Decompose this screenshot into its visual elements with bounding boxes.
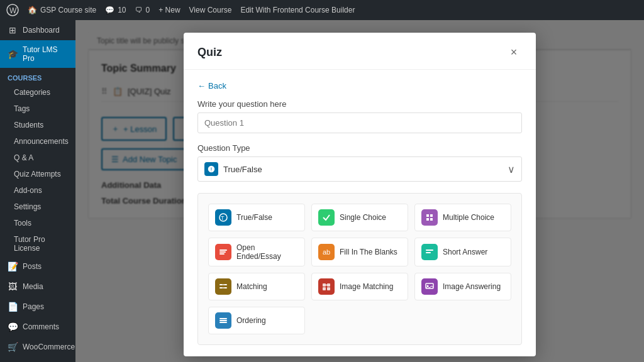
sa-badge <box>421 244 438 260</box>
oe-badge <box>215 244 231 260</box>
sidebar: ⊞ Dashboard 🎓 Tutor LMS Pro Courses Cate… <box>0 20 75 362</box>
svg-rect-5 <box>430 214 433 217</box>
fb-label: Fill In The Blanks <box>340 248 397 256</box>
qt-option-single-choice[interactable]: Single Choice <box>311 204 408 231</box>
svg-rect-20 <box>323 283 326 287</box>
comments-icon: 💬 <box>8 322 18 332</box>
new-button[interactable]: + New <box>158 6 180 14</box>
ia-badge <box>421 278 438 295</box>
svg-rect-27 <box>219 318 227 319</box>
or-badge <box>215 312 231 329</box>
edit-with-builder-link[interactable]: Edit With Frontend Course Builder <box>240 6 355 14</box>
sidebar-item-dashboard[interactable]: ⊞ Dashboard <box>0 20 75 40</box>
admin-bar: W 🏠 GSP Course site 💬 10 🗨 0 + New View … <box>0 0 644 20</box>
quiz-modal: Quiz × ← Back Write your question here Q… <box>184 33 536 356</box>
tutor-icon: 🎓 <box>8 49 18 59</box>
sidebar-item-qa[interactable]: Q & A <box>0 150 75 166</box>
modal-close-button[interactable]: × <box>506 44 522 60</box>
new-icon: 🗨 <box>135 6 143 14</box>
sidebar-item-quiz-attempts[interactable]: Quiz Attempts <box>0 166 75 182</box>
qt-option-short-answer[interactable]: Short Answer <box>414 238 511 266</box>
modal-body: ← Back Write your question here Question… <box>184 70 536 356</box>
question-type-select[interactable]: True/False ∨ <box>197 156 522 182</box>
sidebar-item-tags[interactable]: Tags <box>0 101 75 117</box>
question-type-label: Question Type <box>197 143 522 153</box>
posts-icon: 📝 <box>8 261 18 272</box>
svg-rect-24 <box>327 287 330 290</box>
svg-text:ab: ab <box>323 248 330 256</box>
question-input[interactable] <box>197 112 522 133</box>
qt-option-image-matching[interactable]: Image Matching <box>311 273 408 300</box>
qt-option-open-ended[interactable]: Open Ended/Essay <box>208 238 305 266</box>
svg-rect-15 <box>224 284 227 285</box>
sidebar-item-settings[interactable]: Settings <box>0 199 75 215</box>
svg-rect-8 <box>219 250 227 251</box>
svg-rect-29 <box>219 322 227 323</box>
main-content: Topic title will be publicly show where … <box>75 20 644 362</box>
ia-label: Image Answering <box>443 282 501 291</box>
sidebar-item-tutor-license[interactable]: Tutor Pro License <box>0 231 75 256</box>
qt-option-true-false[interactable]: T True/False <box>208 204 305 231</box>
new-comment-link[interactable]: 🗨 0 <box>135 6 150 14</box>
svg-rect-23 <box>323 287 326 290</box>
tf-label: True/False <box>236 213 272 222</box>
sidebar-item-students[interactable]: Students <box>0 117 75 133</box>
tf-badge: T <box>215 209 231 226</box>
modal-title: Quiz <box>197 46 222 59</box>
question-types-grid: T True/False Single Choice <box>197 193 522 345</box>
modal-overlay: Quiz × ← Back Write your question here Q… <box>75 20 644 362</box>
svg-rect-10 <box>219 253 225 255</box>
sidebar-item-posts[interactable]: 📝 Posts <box>0 256 75 277</box>
im-label: Image Matching <box>340 282 393 291</box>
im-badge <box>318 278 335 295</box>
comments-link[interactable]: 💬 10 <box>105 6 126 14</box>
ma-badge <box>215 278 231 295</box>
select-dropdown-icon: ∨ <box>508 163 515 175</box>
courses-section-label: Courses <box>0 68 75 84</box>
svg-rect-21 <box>327 283 330 287</box>
back-link[interactable]: ← Back <box>197 81 522 90</box>
ma-label: Matching <box>236 282 267 291</box>
sidebar-item-comments[interactable]: 💬 Comments <box>0 317 75 337</box>
back-arrow-icon: ← <box>197 81 206 90</box>
svg-rect-12 <box>426 250 433 251</box>
question-field-label: Write your question here <box>197 99 522 109</box>
sidebar-item-media[interactable]: 🖼 Media <box>0 277 75 297</box>
sidebar-item-announcements[interactable]: Announcements <box>0 133 75 150</box>
sidebar-item-tutor[interactable]: 🎓 Tutor LMS Pro <box>0 40 75 68</box>
wp-logo[interactable]: W <box>6 4 19 16</box>
mc-label: Multiple Choice <box>443 213 494 222</box>
sidebar-item-addons[interactable]: Add-ons <box>0 182 75 199</box>
woo-icon: 🛒 <box>8 342 18 352</box>
qt-option-ordering[interactable]: Ordering <box>208 307 305 334</box>
qt-option-multiple-choice[interactable]: Multiple Choice <box>414 204 511 231</box>
fb-badge: ab <box>318 244 335 260</box>
svg-rect-18 <box>224 287 227 288</box>
svg-text:T: T <box>221 215 225 221</box>
dashboard-icon: ⊞ <box>8 25 18 35</box>
sidebar-item-categories[interactable]: Categories <box>0 84 75 101</box>
qt-option-image-answering[interactable]: Image Answering <box>414 273 511 300</box>
sidebar-item-products[interactable]: 📦 Products <box>0 357 75 362</box>
modal-header: Quiz × <box>184 33 536 70</box>
svg-rect-7 <box>430 218 433 221</box>
selected-type-text: True/False <box>223 165 508 174</box>
svg-rect-9 <box>219 251 226 253</box>
view-course-link[interactable]: View Course <box>189 6 232 14</box>
mc-badge <box>421 209 438 226</box>
media-icon: 🖼 <box>8 282 18 292</box>
selected-type-badge <box>204 162 218 176</box>
site-name-link[interactable]: 🏠 GSP Course site <box>28 6 96 14</box>
qt-option-matching[interactable]: Matching <box>208 273 305 300</box>
svg-rect-6 <box>426 218 429 221</box>
sc-label: Single Choice <box>340 213 386 222</box>
svg-rect-17 <box>219 287 223 288</box>
sidebar-item-tools[interactable]: Tools <box>0 215 75 231</box>
svg-rect-13 <box>426 252 431 253</box>
qt-option-fill-blanks[interactable]: ab Fill In The Blanks <box>311 238 408 266</box>
or-label: Ordering <box>236 316 266 325</box>
sa-label: Short Answer <box>443 248 487 256</box>
sidebar-item-pages[interactable]: 📄 Pages <box>0 297 75 317</box>
svg-rect-28 <box>219 320 227 321</box>
sidebar-item-woo[interactable]: 🛒 WooCommerce <box>0 337 75 357</box>
